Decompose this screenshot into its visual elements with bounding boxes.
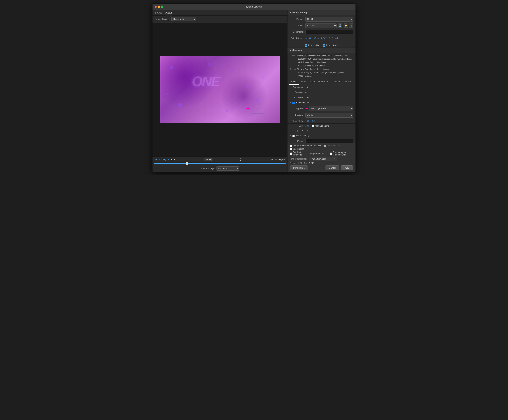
particle [246,86,248,88]
set-start-timecode-label[interactable]: Set Start Timecode [290,151,306,156]
file-size-row: Estimated File Size: 9 MB [290,162,353,165]
window-title: Export Settings [246,5,262,8]
position-select[interactable]: Center [305,113,353,118]
right-scroll: ▼ Export Settings Format: H.264 [287,10,356,143]
max-render-quality-text: Use Maximum Render Quality [293,144,321,147]
fullscreen-button[interactable]: ⛶ [240,158,242,161]
metadata-button[interactable]: Metadata... [290,165,308,170]
absolute-sizing-label: Absolute Sizing [315,125,329,127]
summary-output-line4: AAC, 320 kbps, 48 kHz, Stereo [290,64,353,68]
particle [208,63,212,66]
prev-frame-button[interactable]: ◀ [170,158,172,161]
size-value[interactable]: 100 [305,125,309,127]
delete-preset-button[interactable]: 🗑 [349,23,353,28]
tab-publish[interactable]: Publish [342,79,352,85]
format-select[interactable]: H.264 [305,17,353,22]
absolute-sizing-checkbox[interactable] [312,125,314,127]
minimize-button[interactable] [158,6,160,8]
close-button[interactable] [155,6,157,8]
use-previews-checkbox[interactable] [324,145,326,147]
next-frame-button[interactable]: ▶ [174,158,176,161]
offset-x-value[interactable]: 760 [305,120,309,122]
particle [166,93,168,95]
name-overlay-checkbox-label[interactable]: Name Overlay [292,135,309,137]
tabs-row: Source Output [152,10,287,15]
applied-select[interactable]: Your Logo Here [309,106,353,111]
particle [226,110,228,112]
prefix-input[interactable] [305,139,353,143]
time-interp-label: Time Interpolation: [290,158,307,160]
particle [232,69,233,71]
image-overlay-title: Image Overlay [296,102,309,104]
output-name-value[interactable]: wh_One_Comp 4_041219c_1.mp4 [305,37,338,39]
save-preset-button[interactable]: 💾 [338,23,342,28]
size-row: Size: 100 Absolute Sizing [287,124,356,128]
render-quality-row: Use Maximum Render Quality Use Previews [290,144,353,147]
time-interp-select[interactable]: Frame Sampling [309,157,337,161]
image-overlay-header[interactable]: ▼ Image Overlay [287,100,356,105]
output-name-row: Output Name: wh_One_Comp 4_041219c_1.mp4 [290,36,353,41]
max-render-quality-label[interactable]: Use Maximum Render Quality [290,144,321,147]
tab-effects[interactable]: Effects [289,79,299,85]
use-proxies-row: Use Proxies [290,148,353,150]
name-overlay-section: ▼ Name Overlay Prefix: [287,133,356,143]
export-settings-window: Export Settings Source Output Source Sca… [152,3,356,172]
size-label: Size: [290,125,305,127]
source-range-row: Source Range: Entire Clip [152,165,287,172]
set-start-timecode-checkbox[interactable] [290,152,292,155]
contrast-label: Contrast: [290,91,305,94]
render-alpha-label[interactable]: Render Alpha Channel Only [330,151,353,156]
prefix-label: Prefix: [290,140,305,142]
summary-arrow: ▼ [290,49,291,51]
export-audio-checkbox[interactable]: Export Audio [323,44,338,47]
import-preset-button[interactable]: 📁 [344,23,348,28]
output-name-label: Output Name: [290,37,305,39]
tab-audio[interactable]: Audio [308,79,317,85]
applied-label: Applied: [290,107,305,110]
preset-select[interactable]: Custom [305,23,336,28]
use-proxies-label[interactable]: Use Proxies [290,148,304,150]
right-panel: ▼ Export Settings Format: H.264 [287,10,356,172]
summary-source-line2: 1920x1080 (1.0), 29.97 fps, Progressive,… [290,71,353,74]
comments-input[interactable] [305,30,353,34]
render-alpha-checkbox[interactable] [330,152,332,155]
name-overlay-header[interactable]: ▼ Name Overlay [287,133,356,138]
export-audio-input[interactable] [323,44,325,47]
timeline-track[interactable] [154,163,285,164]
traffic-lights [155,6,163,8]
source-scaling-select[interactable]: Scale To Fit [172,17,196,21]
export-settings-header[interactable]: ▼ Export Settings [287,10,356,15]
tab-captions[interactable]: Captions [330,79,342,85]
use-proxies-checkbox[interactable] [290,148,292,150]
image-overlay-checkbox-label[interactable]: Image Overlay [292,102,309,104]
cancel-button[interactable]: Cancel [326,165,339,170]
offset-y-value[interactable]: 370 [312,120,315,122]
max-render-quality-checkbox[interactable] [290,145,292,147]
particle [262,76,263,78]
source-range-select[interactable]: Entire Clip [217,166,239,171]
maximize-button[interactable] [161,6,163,8]
tab-multiplexer[interactable]: Multiplexer [317,79,330,85]
ok-button[interactable]: OK [341,165,353,170]
timeline-thumb[interactable] [186,162,188,165]
tab-video[interactable]: Video [299,79,307,85]
playback-controls: 00;00;01;24 ◀ ▶ Fit ⛶ 00;00;07;00 [152,157,287,162]
summary-content: Output: /Volume_h_One/Renders/wh_One_Com… [287,53,356,79]
opacity-value[interactable]: 30 [305,129,308,132]
particle [170,66,173,69]
export-settings-title: Export Settings [292,11,308,14]
export-audio-label: Export Audio [326,44,338,47]
summary-header[interactable]: ▼ Summary [287,47,356,53]
video-canvas: ONE ➡ YOURLOGOHERE [160,56,280,123]
contrast-value: 0 [305,91,306,94]
absolute-sizing-checkbox-label[interactable]: Absolute Sizing [312,125,329,127]
export-video-checkbox[interactable]: Export Video [305,44,320,47]
name-overlay-checkbox[interactable] [292,135,295,137]
image-overlay-checkbox[interactable] [292,102,295,104]
format-control: H.264 [305,17,353,22]
fit-select[interactable]: Fit [204,158,212,161]
export-video-input[interactable] [305,44,307,47]
tab-output[interactable]: Output [165,11,172,15]
tab-source[interactable]: Source [155,11,162,15]
use-previews-label[interactable]: Use Previews [324,144,340,147]
